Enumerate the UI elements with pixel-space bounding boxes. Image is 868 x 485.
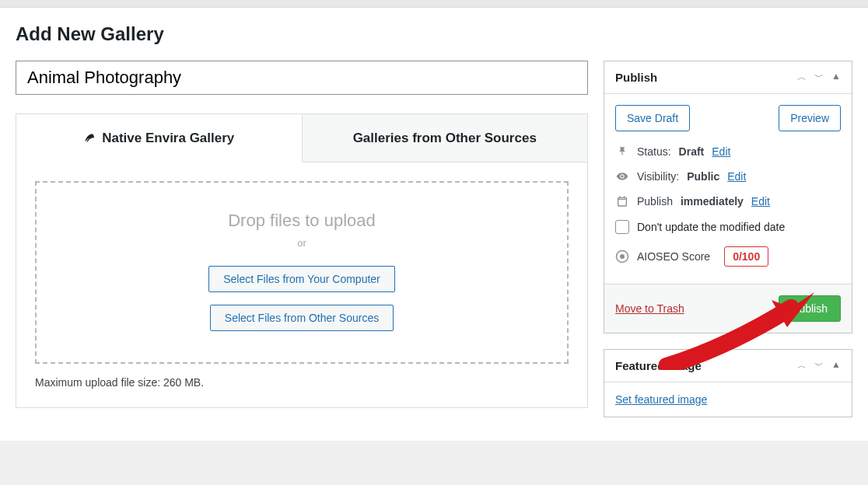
leaf-icon (83, 130, 96, 146)
page-title: Add New Gallery (16, 23, 852, 45)
featured-title: Featured Image (615, 359, 702, 372)
tab-other-label: Galleries from Other Sources (353, 131, 537, 146)
edit-visibility-link[interactable]: Edit (727, 170, 746, 183)
dont-update-label: Don't update the modified date (637, 221, 785, 233)
move-up-icon[interactable]: ︿ (797, 71, 807, 84)
pin-icon (615, 146, 629, 157)
publish-postbox: Publish ︿ ﹀ ▲ Save Draft Preview (604, 61, 852, 333)
status-label: Status: (637, 145, 671, 158)
aioseo-icon (615, 249, 629, 263)
postbox-controls: ︿ ﹀ ▲ (797, 359, 841, 372)
publish-label: Publish (637, 195, 673, 208)
tab-content: Drop files to upload or Select Files fro… (16, 162, 587, 407)
visibility-label: Visibility: (637, 170, 679, 183)
featured-image-postbox: Featured Image ︿ ﹀ ▲ Set featured image (604, 349, 852, 417)
edit-schedule-link[interactable]: Edit (751, 195, 770, 208)
dropzone-heading: Drop files to upload (52, 211, 551, 231)
publish-header: Publish ︿ ﹀ ▲ (604, 61, 852, 94)
publish-button[interactable]: Publish (779, 295, 841, 322)
eye-icon (615, 170, 629, 183)
tab-other-sources[interactable]: Galleries from Other Sources (303, 114, 588, 162)
move-down-icon[interactable]: ﹀ (814, 71, 824, 84)
preview-button[interactable]: Preview (779, 105, 841, 131)
postbox-controls: ︿ ﹀ ▲ (797, 71, 841, 84)
upload-size-note: Maximum upload file size: 260 MB. (35, 376, 569, 389)
save-draft-button[interactable]: Save Draft (615, 105, 690, 131)
publish-title: Publish (615, 71, 657, 84)
window-top-bar (0, 0, 868, 8)
move-to-trash-link[interactable]: Move to Trash (615, 302, 684, 315)
set-featured-image-link[interactable]: Set featured image (615, 393, 707, 406)
status-row: Status: Draft Edit (615, 139, 841, 164)
tab-native-envira[interactable]: Native Envira Gallery (16, 114, 303, 162)
dont-update-row: Don't update the modified date (615, 214, 841, 240)
featured-header: Featured Image ︿ ﹀ ▲ (604, 350, 852, 382)
move-down-icon[interactable]: ﹀ (814, 359, 824, 372)
toggle-icon[interactable]: ▲ (831, 359, 841, 372)
schedule-row: Publish immediately Edit (615, 189, 841, 214)
tabs: Native Envira Gallery Galleries from Oth… (16, 114, 587, 162)
svg-point-1 (620, 254, 625, 259)
draft-preview-row: Save Draft Preview (615, 105, 841, 131)
aioseo-score: 0/100 (724, 246, 768, 267)
publish-body: Save Draft Preview Status: Draft Edit (604, 94, 852, 284)
aioseo-row: AIOSEO Score 0/100 (615, 240, 841, 273)
main-column: Native Envira Gallery Galleries from Oth… (16, 61, 588, 408)
status-value: Draft (679, 145, 705, 158)
select-files-computer-button[interactable]: Select Files from Your Computer (208, 266, 395, 292)
layout: Native Envira Gallery Galleries from Oth… (16, 61, 852, 433)
visibility-row: Visibility: Public Edit (615, 164, 841, 189)
calendar-icon (615, 195, 629, 208)
tabs-box: Native Envira Gallery Galleries from Oth… (16, 113, 588, 408)
move-up-icon[interactable]: ︿ (797, 359, 807, 372)
publish-when: immediately (681, 195, 744, 208)
aioseo-label: AIOSEO Score (637, 250, 710, 263)
featured-body: Set featured image (604, 382, 852, 417)
dont-update-checkbox[interactable] (615, 220, 629, 234)
sidebar: Publish ︿ ﹀ ▲ Save Draft Preview (604, 61, 852, 433)
publish-footer: Move to Trash Publish (604, 284, 852, 333)
toggle-icon[interactable]: ▲ (831, 71, 841, 84)
dropzone-or: or (52, 237, 551, 249)
select-files-other-button[interactable]: Select Files from Other Sources (210, 305, 394, 331)
tab-native-label: Native Envira Gallery (102, 131, 234, 146)
visibility-value: Public (687, 170, 719, 183)
edit-status-link[interactable]: Edit (712, 145, 730, 158)
page-wrap: Add New Gallery Native Envira Gallery Ga… (0, 8, 868, 441)
dropzone[interactable]: Drop files to upload or Select Files fro… (35, 181, 569, 364)
gallery-title-input[interactable] (16, 61, 588, 95)
